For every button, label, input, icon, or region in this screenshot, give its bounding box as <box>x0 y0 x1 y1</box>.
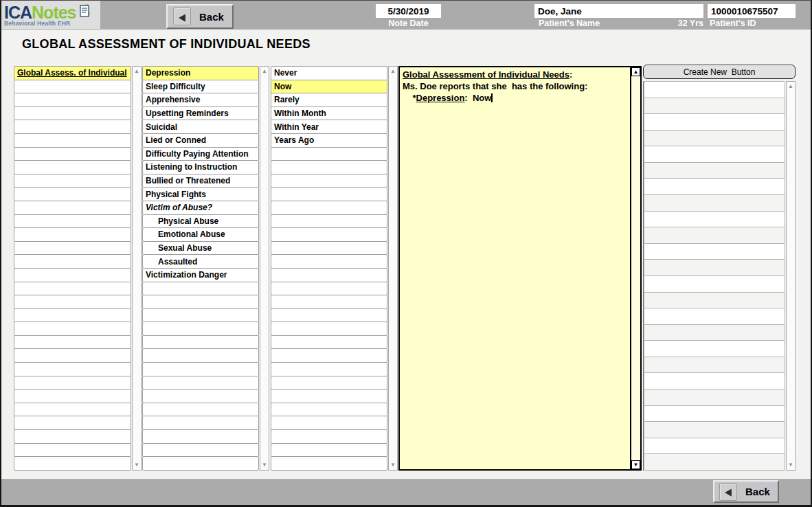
list-item[interactable]: Physical Abuse <box>142 214 259 229</box>
scroll-up-icon[interactable]: ▲ <box>788 82 793 91</box>
create-new-button[interactable]: Create New Button <box>643 65 796 79</box>
list-item[interactable]: Sleep Difficulty <box>142 80 259 94</box>
back-button-top[interactable]: ◀ Back <box>166 4 234 29</box>
empty-row <box>14 187 131 201</box>
empty-row <box>644 162 785 179</box>
icanotes-logo: ICANotes Behavioral Health EHR <box>1 1 100 29</box>
empty-row <box>271 187 387 201</box>
note-editor[interactable]: Global Assessment of Individual Needs:Ms… <box>400 67 630 469</box>
logo-text-notes: Notes <box>32 4 76 21</box>
patient-id-label: Patient's ID <box>710 19 756 28</box>
list-item[interactable]: Listening to Instruction <box>142 160 259 174</box>
empty-row <box>142 389 259 403</box>
empty-row <box>142 308 259 323</box>
frequency-list-column: NeverNowRarelyWithin MonthWithin YearYea… <box>271 66 398 471</box>
empty-row <box>271 227 387 242</box>
empty-row <box>271 282 387 296</box>
empty-row <box>271 362 387 376</box>
back-button-bottom[interactable]: ◀ Back <box>713 480 779 503</box>
list-item[interactable]: Victimization Danger <box>142 268 259 282</box>
list-item[interactable]: Depression <box>142 66 259 80</box>
create-new-column: Create New Button ▲ ▼ <box>643 65 796 471</box>
section-list: Global Assess. of Individual <box>14 66 131 471</box>
logo-text-ica: ICA <box>4 4 32 21</box>
empty-row <box>14 227 131 242</box>
patient-name-field[interactable]: Doe, Jane <box>534 4 703 18</box>
empty-row <box>142 456 259 471</box>
scroll-down-icon[interactable]: ▼ <box>631 460 640 469</box>
note-date-label: Note Date <box>376 19 441 28</box>
empty-row <box>14 241 131 256</box>
empty-row <box>644 324 785 341</box>
empty-row <box>142 282 259 296</box>
scroll-up-icon[interactable]: ▲ <box>390 67 396 76</box>
scroll-up-icon[interactable]: ▲ <box>134 67 139 76</box>
list-item[interactable]: Within Month <box>271 106 387 121</box>
list-item[interactable]: Physical Fights <box>142 187 259 201</box>
frequency-scrollbar[interactable]: ▲ ▼ <box>388 66 398 471</box>
scroll-up-icon[interactable]: ▲ <box>262 67 267 76</box>
header-bar: ICANotes Behavioral Health EHR ◀ Back 5/… <box>1 1 811 30</box>
note-editor-scrollbar[interactable]: ▲ ▼ <box>630 67 640 469</box>
list-item[interactable]: Global Assess. of Individual <box>14 66 131 80</box>
icanotes-window: ICANotes Behavioral Health EHR ◀ Back 5/… <box>0 0 812 507</box>
scroll-down-icon[interactable]: ▼ <box>134 460 139 470</box>
symptom-list-column: DepressionSleep DifficultyApprehensiveUp… <box>142 66 269 471</box>
list-item[interactable]: Never <box>271 66 387 80</box>
empty-row <box>14 389 131 403</box>
list-item[interactable]: Bullied or Threatened <box>142 174 259 188</box>
list-item[interactable]: Suicidal <box>142 120 259 134</box>
empty-row <box>271 416 387 430</box>
list-item[interactable]: Rarely <box>271 93 387 107</box>
scroll-down-icon[interactable]: ▼ <box>262 460 267 470</box>
empty-row <box>644 308 785 325</box>
list-item[interactable]: Difficulty Paying Attention <box>142 147 259 161</box>
list-item[interactable]: Victim of Abuse? <box>142 201 259 215</box>
empty-row <box>644 275 785 293</box>
patient-id-field[interactable]: 1000010675507 <box>708 4 796 18</box>
empty-row <box>644 357 785 374</box>
empty-row <box>644 178 785 195</box>
document-icon <box>77 3 92 21</box>
empty-row <box>644 81 785 98</box>
page-title: GLOBAL ASSESSMENT OF INDIVIDUAL NEEDS <box>22 37 311 52</box>
empty-row <box>142 295 259 309</box>
list-item[interactable]: Emotional Abuse <box>142 227 259 242</box>
empty-row <box>644 453 785 471</box>
note-entry-label: Depression <box>416 93 465 103</box>
note-date-field[interactable]: 5/30/2019 <box>376 4 441 18</box>
scroll-down-icon[interactable]: ▼ <box>390 460 396 470</box>
empty-row <box>14 93 131 107</box>
create-new-scrollbar[interactable]: ▲ ▼ <box>786 81 796 471</box>
empty-row <box>14 416 131 430</box>
empty-row <box>271 389 387 403</box>
list-item[interactable]: Upsetting Reminders <box>142 106 259 121</box>
list-item[interactable]: Years Ago <box>271 133 387 148</box>
empty-row <box>644 340 785 357</box>
empty-row <box>14 443 131 458</box>
scroll-down-icon[interactable]: ▼ <box>788 460 793 470</box>
empty-row <box>644 227 785 244</box>
list-item[interactable]: Now <box>271 80 387 94</box>
section-scrollbar[interactable]: ▲ ▼ <box>132 66 142 471</box>
patient-name-label: Patient's Name <box>539 19 600 28</box>
empty-row <box>142 348 259 363</box>
empty-row <box>14 147 131 161</box>
list-item[interactable]: Apprehensive <box>142 93 259 107</box>
list-item[interactable]: Assaulted <box>142 254 259 269</box>
symptom-scrollbar[interactable]: ▲ ▼ <box>260 66 269 471</box>
note-heading: Global Assessment of Individual Needs <box>403 69 569 80</box>
section-list-column: Global Assess. of Individual ▲ ▼ <box>14 66 142 471</box>
empty-row <box>271 241 387 256</box>
text-cursor <box>491 93 493 102</box>
scroll-up-icon[interactable]: ▲ <box>631 67 640 76</box>
empty-row <box>644 146 785 163</box>
list-item[interactable]: Lied or Conned <box>142 133 259 148</box>
list-item[interactable]: Within Year <box>271 120 387 134</box>
empty-row <box>14 201 131 215</box>
list-item[interactable]: Sexual Abuse <box>142 241 259 256</box>
empty-row <box>142 376 259 390</box>
back-arrow-icon: ◀ <box>719 483 737 501</box>
empty-row <box>142 443 259 458</box>
empty-row <box>644 98 785 115</box>
